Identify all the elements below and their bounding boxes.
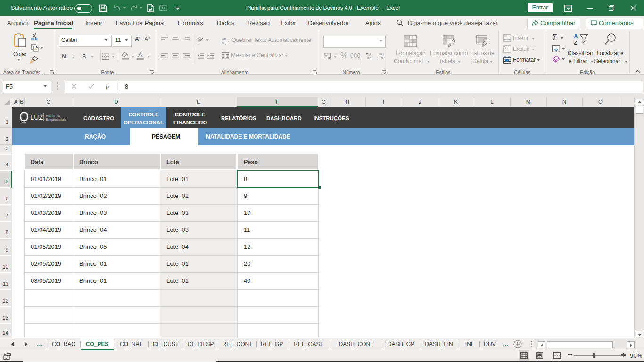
svg-text:0: 0 [369, 52, 371, 56]
svg-text:.00: .00 [366, 56, 372, 60]
svg-text:c: c [222, 41, 224, 44]
svg-text:cr: cr [325, 54, 328, 58]
